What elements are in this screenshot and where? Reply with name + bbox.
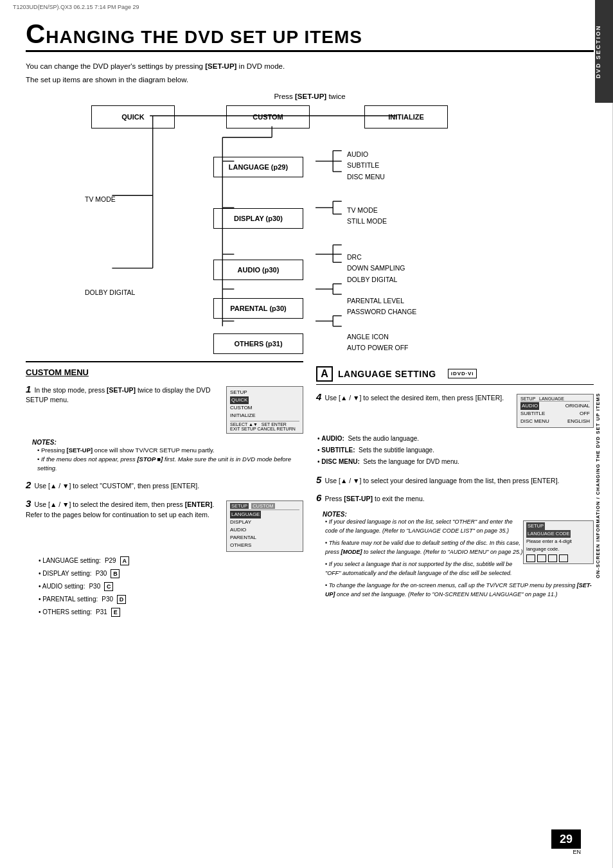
step4-container: 4 Use [▲ / ▼] to select the desired item… (316, 391, 594, 430)
step3-text1: Use [▲ / ▼] to select the desired item, … (34, 500, 184, 508)
lang-heading-box: A (316, 366, 333, 382)
step1-num: 1 (26, 384, 31, 394)
right-labels-parental: PARENTAL LEVEL PASSWORD CHANGE (347, 296, 416, 319)
setting-parental: • PARENTAL setting: P30 D (39, 593, 303, 606)
mini-screen-2: SETUP CUSTOM LANGUAGE DISPLAY AUDIO PARE… (226, 500, 303, 552)
step3-container: 3 Use [▲ / ▼] to select the desired item… (26, 498, 303, 554)
intro-paragraph-2: The set up items are shown in the diagra… (26, 75, 594, 85)
box-others: OTHERS (p31) (213, 333, 303, 354)
setting-language-label: • LANGUAGE setting: (39, 554, 101, 567)
lcs-box-4 (559, 554, 568, 562)
step5-num: 5 (316, 474, 321, 485)
ms-row-quick: QUICK (230, 396, 299, 404)
main-content: CHANGING THE DVD SET UP ITEMS You can ch… (0, 14, 613, 638)
header-line: T1203UD(EN/SP).QX3 06.2.15 7:14 PM Page … (0, 0, 613, 14)
step1-content: In the stop mode, press [SET-UP] twice t… (26, 386, 211, 404)
step5-content: Use [▲ / ▼] to select your desired langu… (324, 477, 559, 484)
right-label-password-change: PASSWORD CHANGE (347, 306, 416, 318)
ms-lang-subtitle: SUBTITLEOFF (520, 410, 590, 418)
step6-pre: Press (324, 495, 344, 502)
box-language: LANGUAGE (p29) (213, 157, 303, 177)
step3-text: 3 Use [▲ / ▼] to select the desired item… (26, 498, 220, 520)
page-number-box: 29 (551, 829, 581, 849)
lcs-setup-row: SETUP LANGUAGE CODE (526, 522, 591, 538)
language-setting-section: A LANGUAGE SETTING iDVD·Vi 4 Use [▲ / ▼]… (316, 361, 594, 626)
box-display: DISPLAY (p30) (213, 208, 303, 229)
bottom-section: CUSTOM MENU 1 In the stop mode, press [S… (26, 361, 594, 626)
diagram-title: Press [SET-UP] twice (26, 93, 594, 100)
setting-language-page: P29 (105, 554, 116, 567)
left-label-dolby: DOLBY DIGITAL (85, 288, 135, 296)
lcs-boxes-row (526, 554, 591, 562)
settings-list: • LANGUAGE setting: P29 A • DISPLAY sett… (39, 554, 303, 619)
note-lang-4: • To change the language for the on-scre… (325, 581, 594, 599)
diagram-title-bold: [SET-UP] (295, 93, 326, 100)
setting-parental-badge: D (117, 595, 126, 604)
right-label-parental-level: PARENTAL LEVEL (347, 296, 416, 307)
step3-content: Use [▲ / ▼] to select the desired item, … (26, 500, 214, 518)
intro1-bold: [SET-UP] (205, 62, 236, 70)
setting-parental-label: • PARENTAL setting: (39, 593, 98, 606)
step-6: 6 Press [SET-UP] to exit the menu. (316, 492, 594, 504)
setting-display: • DISPLAY setting: P30 B (39, 567, 303, 580)
step-5: 5 Use [▲ / ▼] to select your desired lan… (316, 474, 594, 486)
ms-lang-disc: DISC MENUENGLISH (520, 418, 590, 425)
custom-menu-heading: CUSTOM MENU (26, 368, 303, 377)
on-screen-label: ON-SCREEN INFORMATION / CHANGING THE DVD… (595, 103, 613, 868)
step6-content: Press [SET-UP] to exit the menu. (324, 495, 424, 502)
lcs-box-1 (526, 554, 535, 562)
intro1-end: in DVD mode. (236, 62, 285, 70)
setting-others: • OTHERS setting: P31 E (39, 606, 303, 619)
box-parental: PARENTAL (p30) (213, 298, 303, 319)
right-label-drc: DRC (347, 252, 405, 263)
right-label-still-mode: STILL MODE (347, 216, 387, 227)
ms-lang-header: SETUP LANGUAGE (520, 396, 590, 402)
setting-audio: • AUDIO setting: P30 C (39, 580, 303, 593)
notes-title-1: NOTES: (32, 439, 303, 446)
ms2-others: OTHERS (230, 542, 299, 549)
right-labels-audio: DRC DOWN SAMPLING DOLBY DIGITAL (347, 252, 405, 287)
note1: • Pressing [SET-UP] once will show TV/VC… (37, 446, 303, 455)
diagram-title-pre: Press (274, 93, 295, 100)
lang-code-screen: SETUP LANGUAGE CODE Please enter a 4-dig… (523, 520, 594, 564)
audio-item-subtitle: • SUBTITLE: Sets the subtitle language. (317, 445, 594, 456)
notes-clearfix: SETUP LANGUAGE CODE Please enter a 4-dig… (323, 518, 594, 603)
lcs-box-3 (548, 554, 557, 562)
step2-content: Use [▲ / ▼] to select "CUSTOM", then pre… (34, 482, 199, 490)
setting-others-page: P31 (96, 606, 107, 619)
note2-bold: [STOP ■] (137, 456, 163, 463)
step1-bold1: [SET-UP] (107, 386, 136, 394)
right-label-disc-menu: DISC MENU (347, 172, 385, 183)
note2-pre: If the menu does not appear, press (41, 456, 137, 463)
ms-bottom: SELECT ▲▼ SET ENTEREXIT SETUP CANCEL RET… (230, 421, 299, 431)
right-labels-display: TV MODE STILL MODE (347, 205, 387, 228)
step-1: 1 In the stop mode, press [SET-UP] twice… (26, 384, 303, 474)
dvd-logo: iDVD·Vi (448, 369, 477, 378)
note1-pre: Pressing (41, 447, 67, 454)
setting-display-label: • DISPLAY setting: (39, 567, 92, 580)
setting-others-label: • OTHERS setting: (39, 606, 92, 619)
ms2-audio: AUDIO (230, 526, 299, 534)
diagram-container: QUICK CUSTOM INITIALIZE LANGUAGE (p29) D… (85, 105, 535, 350)
ms2-parental: PARENTAL (230, 534, 299, 542)
right-labels-language: AUDIO SUBTITLE DISC MENU (347, 149, 385, 184)
step3-num: 3 (26, 498, 31, 509)
step-3: 3 Use [▲ / ▼] to select the desired item… (26, 498, 303, 619)
title-rest: HANGING THE DVD SET UP ITEMS (46, 27, 362, 47)
intro-paragraph-1: You can change the DVD player's settings… (26, 61, 594, 72)
setting-audio-badge: C (104, 582, 113, 591)
setting-language: • LANGUAGE setting: P29 A (39, 554, 303, 567)
ms-lang-audio: AUDIOORIGINAL (520, 402, 590, 410)
box-audio: AUDIO (p30) (213, 260, 303, 280)
right-label-dolby-digital: DOLBY DIGITAL (347, 274, 405, 286)
right-label-audio: AUDIO (347, 149, 385, 161)
ms-row-setup: SETUP (230, 389, 299, 396)
step1-text1: In the stop mode, press (34, 386, 107, 394)
setting-others-badge: E (111, 608, 120, 617)
diagram-lines (85, 105, 535, 350)
box-quick: QUICK (91, 105, 175, 128)
step1-text: 1 In the stop mode, press [SET-UP] twice… (26, 384, 220, 406)
ms-row-custom: CUSTOM (230, 404, 299, 412)
dvd-section-label: DVD SECTION (595, 0, 613, 103)
lang-section-heading: A LANGUAGE SETTING iDVD·Vi (316, 366, 594, 385)
